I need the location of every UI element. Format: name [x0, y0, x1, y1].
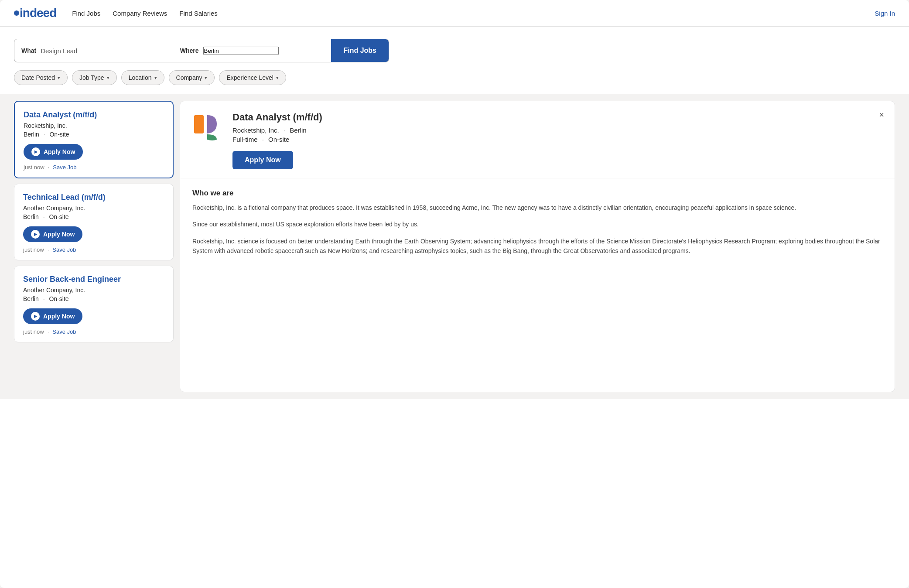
- job-card-1[interactable]: Data Analyst (m/f/d) Rocketship, Inc. Be…: [14, 101, 174, 178]
- job-worktype-3: On-site: [49, 295, 68, 302]
- job-location-1: Berlin · On-site: [24, 131, 164, 138]
- job-title-2: Technical Lead (m/f/d): [23, 193, 164, 202]
- company-logo: [192, 112, 224, 143]
- apply-now-button-2[interactable]: Apply Now: [23, 226, 82, 242]
- apply-icon-2: [31, 230, 40, 239]
- detail-title-block: Data Analyst (m/f/d) Rocketship, Inc. · …: [232, 112, 882, 169]
- search-section: What Where Find Jobs: [0, 27, 909, 70]
- apply-now-button-1[interactable]: Apply Now: [24, 144, 83, 160]
- main-nav: Find Jobs Company Reviews Find Salaries: [72, 8, 875, 19]
- job-meta-1: just now · Save Job: [24, 164, 164, 171]
- detail-company: Rocketship, Inc.: [232, 126, 279, 134]
- job-detail-panel: Data Analyst (m/f/d) Rocketship, Inc. · …: [180, 101, 895, 392]
- save-job-link-1[interactable]: Save Job: [53, 164, 76, 171]
- chevron-down-icon: ▾: [276, 75, 279, 81]
- detail-apply-button[interactable]: Apply Now: [232, 151, 293, 169]
- svg-rect-0: [194, 115, 204, 133]
- filter-experience-level-label: Experience Level: [226, 74, 273, 81]
- apply-label-3: Apply Now: [43, 313, 75, 320]
- who-we-are-paragraph-2: Since our establishment, most US space e…: [192, 219, 882, 229]
- what-field: What: [14, 39, 173, 62]
- sign-in-link[interactable]: Sign In: [875, 10, 895, 17]
- search-input[interactable]: [41, 47, 166, 55]
- filter-location-label: Location: [129, 74, 152, 81]
- where-field: Where: [173, 39, 331, 62]
- detail-work-type: On-site: [268, 136, 289, 143]
- detail-company-location: Rocketship, Inc. · Berlin: [232, 126, 882, 134]
- nav-company-reviews[interactable]: Company Reviews: [113, 8, 167, 19]
- meta-sep-1: ·: [48, 164, 50, 171]
- job-location-text-1: Berlin: [24, 131, 39, 138]
- main-content: Data Analyst (m/f/d) Rocketship, Inc. Be…: [0, 94, 909, 399]
- detail-job-type: Full-time: [232, 136, 258, 143]
- job-location-text-3: Berlin: [23, 295, 39, 302]
- detail-job-title: Data Analyst (m/f/d): [232, 112, 882, 123]
- job-title-3: Senior Back-end Engineer: [23, 275, 164, 284]
- apply-now-button-3[interactable]: Apply Now: [23, 308, 82, 324]
- save-job-link-3[interactable]: Save Job: [52, 328, 76, 335]
- filter-job-type-label: Job Type: [79, 74, 104, 81]
- apply-label-2: Apply Now: [43, 231, 75, 238]
- job-card-2[interactable]: Technical Lead (m/f/d) Another Company, …: [14, 184, 174, 260]
- find-jobs-button[interactable]: Find Jobs: [331, 39, 389, 62]
- job-card-3[interactable]: Senior Back-end Engineer Another Company…: [14, 266, 174, 342]
- who-we-are-title: Who we are: [192, 189, 882, 198]
- filter-experience-level[interactable]: Experience Level ▾: [219, 70, 286, 85]
- header: indeed Find Jobs Company Reviews Find Sa…: [0, 0, 909, 27]
- filter-job-type[interactable]: Job Type ▾: [72, 70, 117, 85]
- filter-date-posted[interactable]: Date Posted ▾: [14, 70, 68, 85]
- separator: ·: [44, 131, 45, 138]
- job-posted-3: just now: [23, 328, 44, 335]
- filter-company[interactable]: Company ▾: [169, 70, 215, 85]
- job-meta-3: just now · Save Job: [23, 328, 164, 335]
- detail-location: Berlin: [290, 126, 306, 134]
- job-worktype-1: On-site: [49, 131, 69, 138]
- save-job-link-2[interactable]: Save Job: [52, 246, 76, 253]
- job-title-1: Data Analyst (m/f/d): [24, 110, 164, 120]
- nav-find-salaries[interactable]: Find Salaries: [179, 8, 218, 19]
- apply-icon-3: [31, 312, 40, 321]
- detail-header: Data Analyst (m/f/d) Rocketship, Inc. · …: [180, 101, 895, 178]
- separator: ·: [43, 295, 45, 302]
- job-posted-1: just now: [24, 164, 44, 171]
- job-posted-2: just now: [23, 246, 44, 253]
- meta-sep-3: ·: [48, 328, 49, 335]
- location-input[interactable]: [203, 47, 279, 55]
- filter-location[interactable]: Location ▾: [121, 70, 164, 85]
- chevron-down-icon: ▾: [154, 75, 157, 81]
- apply-icon-1: [31, 147, 40, 156]
- close-button[interactable]: ×: [875, 108, 888, 122]
- who-we-are-paragraph-1: Rocketship, Inc. is a fictional company …: [192, 203, 882, 212]
- separator: ·: [43, 213, 45, 220]
- what-label: What: [21, 47, 36, 54]
- job-meta-2: just now · Save Job: [23, 246, 164, 253]
- chevron-down-icon: ▾: [107, 75, 109, 81]
- job-location-3: Berlin · On-site: [23, 295, 164, 302]
- job-list: Data Analyst (m/f/d) Rocketship, Inc. Be…: [14, 101, 180, 392]
- chevron-down-icon: ▾: [58, 75, 60, 81]
- meta-sep-2: ·: [48, 246, 49, 253]
- job-company-1: Rocketship, Inc.: [24, 122, 164, 129]
- job-company-2: Another Company, Inc.: [23, 205, 164, 212]
- search-bar: What Where Find Jobs: [14, 39, 389, 62]
- filter-company-label: Company: [176, 74, 202, 81]
- apply-label-1: Apply Now: [44, 148, 75, 155]
- indeed-logo[interactable]: indeed: [14, 6, 56, 20]
- detail-body: Who we are Rocketship, Inc. is a fiction…: [180, 178, 895, 392]
- job-company-3: Another Company, Inc.: [23, 287, 164, 294]
- detail-employment-type: Full-time · On-site: [232, 136, 882, 143]
- job-worktype-2: On-site: [49, 213, 68, 220]
- job-location-2: Berlin · On-site: [23, 213, 164, 220]
- filters-bar: Date Posted ▾ Job Type ▾ Location ▾ Comp…: [0, 70, 909, 94]
- filter-date-posted-label: Date Posted: [21, 74, 55, 81]
- where-label: Where: [180, 47, 199, 54]
- nav-find-jobs[interactable]: Find Jobs: [72, 8, 100, 19]
- chevron-down-icon: ▾: [205, 75, 207, 81]
- job-location-text-2: Berlin: [23, 213, 39, 220]
- who-we-are-paragraph-3: Rocketship, Inc. science is focused on b…: [192, 236, 882, 256]
